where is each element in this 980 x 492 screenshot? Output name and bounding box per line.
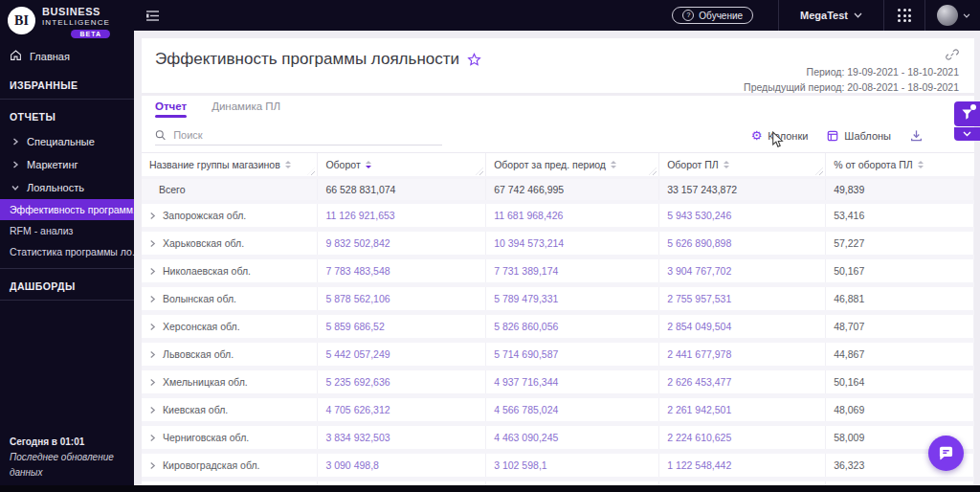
table-row[interactable]: Кировоградская обл. 3 090 498,8 3 102 59… — [142, 454, 974, 481]
tab-dynamics[interactable]: Динамика ПЛ — [212, 101, 280, 116]
avatar — [937, 5, 958, 26]
sort-icon[interactable] — [611, 161, 616, 168]
sort-icon[interactable] — [724, 161, 729, 168]
table-row[interactable]: Хмельницкая обл. 5 235 692,636 4 937 716… — [142, 370, 974, 398]
table-row[interactable]: Николаевская обл. 7 783 483,548 7 731 38… — [142, 259, 974, 287]
row-expand-chevron[interactable] — [149, 212, 156, 220]
home-icon — [10, 49, 22, 63]
cell-value: 5 235 692,636 — [318, 370, 486, 393]
user-menu[interactable] — [925, 5, 980, 26]
cell-value: 48,069 — [826, 398, 974, 421]
resize-handle[interactable] — [649, 168, 657, 175]
sidebar-item-special[interactable]: Специальные — [0, 130, 134, 153]
sort-icon[interactable] — [285, 161, 291, 168]
row-label: Херсонская обл. — [163, 321, 240, 332]
column-header-name[interactable]: Название группы магазинов — [142, 153, 318, 176]
table-row[interactable]: Львовская обл. 5 442 057,249 5 714 690,5… — [142, 343, 974, 370]
report-panel: Отчет Динамика ПЛ ⚙ Колонки Шаблоны — [142, 96, 974, 485]
row-label: Волынская обл. — [163, 293, 236, 304]
row-expand-chevron[interactable] — [149, 295, 156, 303]
training-label: Обучение — [699, 11, 743, 21]
sidebar-item-effectiveness[interactable]: Эффективность программ... — [0, 199, 134, 220]
cell-value: 10 394 573,214 — [486, 232, 659, 255]
resize-handle[interactable] — [307, 168, 315, 175]
cell-value: 7 731 389,174 — [486, 259, 659, 282]
topbar: ? Обучение MegaTest — [134, 0, 980, 31]
filter-flyout — [954, 101, 980, 141]
sort-icon[interactable] — [918, 161, 924, 168]
row-expand-chevron[interactable] — [149, 323, 156, 331]
resize-handle[interactable] — [476, 168, 483, 175]
row-expand-chevron[interactable] — [149, 239, 156, 248]
column-header-loyalty-percent[interactable]: % от оборота ПЛ — [826, 153, 974, 176]
brand-line1: BUSINESS — [42, 7, 110, 17]
apps-grid-button[interactable] — [884, 9, 924, 22]
sidebar-toggle-button[interactable] — [145, 10, 160, 22]
sidebar-item-home[interactable]: Главная — [0, 42, 134, 70]
column-header-prev-turnover[interactable]: Оборот за пред. период — [486, 153, 659, 176]
sidebar-item-loyalty[interactable]: Лояльность — [0, 176, 134, 199]
row-expand-chevron[interactable] — [149, 378, 156, 387]
favorite-star-icon[interactable] — [467, 53, 481, 67]
cell-value: 5 943 530,246 — [659, 204, 826, 227]
share-link-icon[interactable] — [946, 48, 959, 65]
gear-icon: ⚙ — [751, 129, 763, 142]
grid-icon — [898, 9, 911, 22]
cell-value: 57,227 — [826, 232, 974, 255]
cell-value: 3 102 598,1 — [486, 454, 659, 477]
sidebar-item-loyalty-stats[interactable]: Статистика программы ло... — [0, 241, 134, 262]
cell-value: 2 441 677,978 — [659, 343, 826, 366]
tab-bar: Отчет Динамика ПЛ — [142, 96, 974, 123]
columns-button[interactable]: ⚙ Колонки — [751, 129, 809, 142]
chat-icon — [938, 446, 954, 461]
sidebar-item-rfm[interactable]: RFM - анализ — [0, 220, 134, 241]
cell-value: 46,881 — [826, 287, 974, 310]
resize-handle[interactable] — [815, 168, 823, 175]
sidebar-item-marketing[interactable]: Маркетинг — [0, 153, 134, 176]
sort-icon[interactable] — [366, 161, 371, 168]
sidebar-section-favorites[interactable]: ИЗБРАННЫЕ — [0, 70, 134, 99]
cell-value: 50,164 — [826, 370, 974, 393]
divider — [0, 300, 134, 301]
workspace-switcher[interactable]: MegaTest — [779, 10, 883, 21]
app-logo: BI BUSINESS INTELLIGENCE BETA — [0, 0, 134, 42]
search-box[interactable] — [155, 128, 442, 145]
cell-value: 33 157 243,872 — [659, 179, 826, 200]
column-header-turnover[interactable]: Оборот — [318, 153, 486, 176]
row-expand-chevron[interactable] — [149, 434, 156, 442]
row-expand-chevron[interactable] — [149, 406, 156, 414]
sidebar-section-dashboards[interactable]: ДАШБОРДЫ — [0, 271, 134, 300]
chevron-right-icon — [11, 161, 19, 168]
templates-button[interactable]: Шаблоны — [827, 130, 891, 142]
search-input[interactable] — [171, 128, 442, 142]
table-row[interactable]: Киевская обл. 4 705 626,312 4 566 785,02… — [142, 398, 974, 426]
row-expand-chevron[interactable] — [149, 461, 156, 470]
sidebar-item-label: Главная — [30, 51, 70, 62]
download-button[interactable] — [910, 129, 923, 142]
column-header-loyalty-turnover[interactable]: Оборот ПЛ — [659, 153, 826, 176]
training-button[interactable]: ? Обучение — [672, 7, 753, 24]
table-row[interactable]: Черниговская обл. 3 834 932,503 4 463 09… — [142, 426, 974, 454]
last-update-time: Сегодня в 01:01 — [10, 435, 134, 450]
filter-collapse-button[interactable] — [954, 127, 980, 141]
row-expand-chevron[interactable] — [149, 350, 156, 359]
cell-value: 5 789 479,331 — [486, 287, 659, 310]
sidebar-section-reports[interactable]: ОТЧЕТЫ — [0, 101, 134, 130]
tab-report[interactable]: Отчет — [155, 101, 187, 116]
table-row[interactable]: Харьковская обл. 9 832 502,842 10 394 57… — [142, 232, 974, 259]
templates-label: Шаблоны — [844, 130, 891, 142]
table-row[interactable]: Волынская обл. 5 878 562,106 5 789 479,3… — [142, 287, 974, 315]
filter-panel-button[interactable] — [954, 101, 980, 126]
cell-value: 4 705 626,312 — [318, 398, 486, 421]
bottom-strip — [0, 485, 980, 492]
cell-value: 2 224 610,625 — [659, 426, 826, 449]
table-row[interactable]: Херсонская обл. 5 859 686,52 5 826 860,0… — [142, 315, 974, 343]
logo-circle: BI — [8, 7, 35, 34]
cell-value: 11 126 921,653 — [318, 204, 486, 227]
previous-period-label: Предыдущий период: 20-08-2021 - 18-09-20… — [744, 80, 959, 96]
chat-fab[interactable] — [928, 436, 964, 471]
table-toolbar: ⚙ Колонки Шаблоны — [142, 123, 974, 152]
row-expand-chevron[interactable] — [149, 267, 156, 276]
cell-value: 5 442 057,249 — [318, 343, 486, 366]
table-row[interactable]: Запорожская обл. 11 126 921,653 11 681 9… — [142, 204, 974, 232]
